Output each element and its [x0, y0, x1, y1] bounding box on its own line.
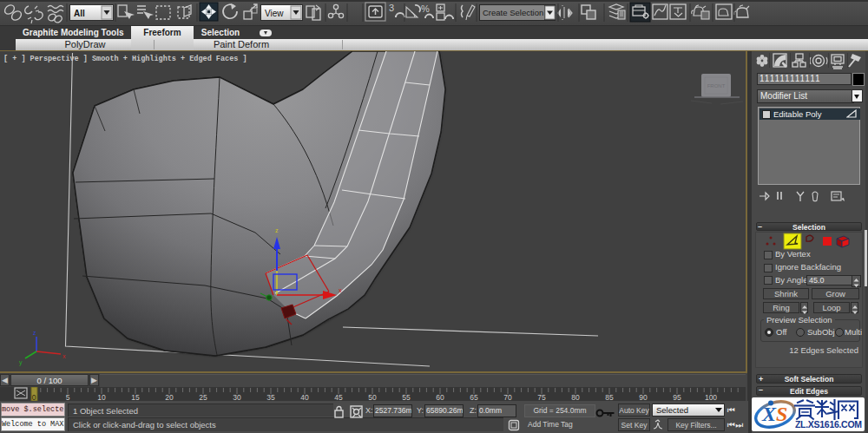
- svg-text:%: %: [421, 3, 430, 14]
- svg-text:25: 25: [199, 393, 207, 402]
- svg-text:View: View: [265, 9, 284, 18]
- svg-text:75: 75: [537, 393, 546, 402]
- svg-text:FRONT: FRONT: [707, 83, 726, 89]
- svg-text:90: 90: [639, 393, 648, 402]
- svg-text:60: 60: [436, 393, 444, 402]
- svg-text:5: 5: [66, 393, 70, 402]
- svg-text:ZL.XS1616.COM: ZL.XS1616.COM: [795, 419, 862, 430]
- svg-text:80: 80: [571, 393, 580, 402]
- svg-text:z: z: [33, 330, 36, 336]
- svg-text:All: All: [74, 9, 85, 18]
- svg-text:X: X: [761, 403, 777, 425]
- svg-text:y: y: [19, 359, 23, 366]
- svg-text:100: 100: [705, 393, 717, 402]
- svg-text:S: S: [776, 403, 787, 425]
- svg-text:x: x: [339, 287, 342, 293]
- svg-text:70: 70: [503, 393, 512, 402]
- svg-text:30: 30: [233, 393, 241, 402]
- svg-text:10: 10: [97, 393, 106, 402]
- svg-text:[ + ] Perspective ] Smooth + H: [ + ] Perspective ] Smooth + Highlights …: [3, 55, 247, 63]
- svg-text:35: 35: [266, 393, 275, 402]
- svg-text:x: x: [62, 353, 66, 359]
- svg-text:3: 3: [389, 3, 394, 13]
- svg-text:0: 0: [32, 393, 36, 402]
- svg-text:40: 40: [300, 393, 309, 402]
- svg-text:95: 95: [673, 393, 681, 402]
- svg-text:45: 45: [334, 393, 343, 402]
- svg-text:55: 55: [402, 393, 411, 402]
- svg-text:15: 15: [131, 393, 140, 402]
- svg-text:85: 85: [605, 393, 614, 402]
- svg-text:z: z: [275, 227, 279, 233]
- svg-text:65: 65: [470, 393, 478, 402]
- svg-text:50: 50: [368, 393, 377, 402]
- svg-text:20: 20: [165, 393, 174, 402]
